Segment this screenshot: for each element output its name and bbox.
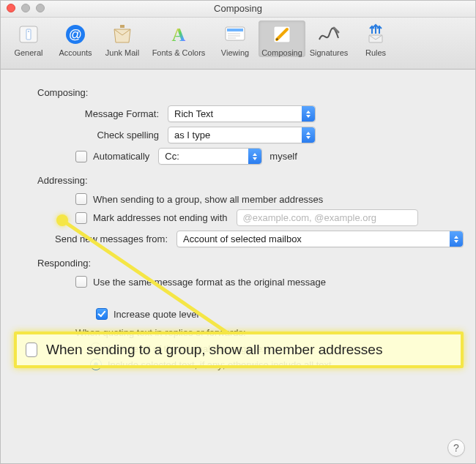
annotation-callout: When sending to a group, show all member… <box>14 332 464 368</box>
annotation-text: When sending to a group, show all member… <box>46 342 382 358</box>
help-button[interactable]: ? <box>447 439 465 457</box>
composing-icon <box>269 22 294 47</box>
cc-bcc-value: Cc: <box>165 151 179 162</box>
annotation-pointer-dot <box>56 214 68 226</box>
mark-addresses-label: Mark addresses not ending with <box>93 212 228 223</box>
cc-bcc-popup[interactable]: Cc: <box>158 148 262 165</box>
chevrons-updown-icon <box>450 231 463 247</box>
chevrons-updown-icon <box>248 149 261 164</box>
toolbar-tab-label: Fonts & Colors <box>152 48 206 57</box>
message-format-label: Message Format: <box>12 108 168 119</box>
message-format-popup[interactable]: Rich Text <box>168 105 316 122</box>
content-area: Composing: Message Format: Rich Text Che… <box>1 70 475 464</box>
toolbar-tab-composing[interactable]: Composing <box>259 20 305 57</box>
toolbar-tab-accounts[interactable]: @ Accounts <box>52 20 99 57</box>
toolbar-tab-signatures[interactable]: Signatures <box>305 20 352 57</box>
traffic-lights <box>7 4 45 12</box>
send-from-value: Account of selected mailbox <box>183 233 302 244</box>
signatures-icon <box>316 22 341 47</box>
general-icon <box>16 22 41 47</box>
junk-mail-icon <box>110 22 135 47</box>
close-button[interactable] <box>7 4 15 12</box>
composing-group: Composing: Message Format: Rich Text Che… <box>12 87 464 165</box>
svg-text:@: @ <box>69 27 82 42</box>
toolbar-tab-general[interactable]: General <box>5 20 52 57</box>
addressing-heading: Addressing: <box>37 175 464 186</box>
increase-quote-checkbox[interactable] <box>96 308 108 320</box>
annotation-checkbox <box>26 343 37 357</box>
toolbar-tab-label: Composing <box>261 48 302 57</box>
at-sign-icon: @ <box>63 22 88 47</box>
svg-point-2 <box>28 31 29 32</box>
window-title: Composing <box>1 1 475 17</box>
automatically-label: Automatically <box>93 151 149 162</box>
myself-label: myself <box>269 151 297 162</box>
svg-rect-8 <box>227 29 243 31</box>
zoom-button[interactable] <box>36 4 45 12</box>
help-icon: ? <box>453 442 459 454</box>
addressing-group: Addressing: When sending to a group, sho… <box>12 175 464 247</box>
responding-heading: Responding: <box>37 258 464 269</box>
send-from-popup[interactable]: Account of selected mailbox <box>176 231 464 247</box>
check-spelling-popup[interactable]: as I type <box>168 127 316 143</box>
mark-addresses-placeholder: @example.com, @example.org <box>243 212 376 223</box>
preferences-toolbar: General @ Accounts Junk Mail <box>1 18 475 70</box>
composing-heading: Composing: <box>37 87 464 98</box>
minimize-button[interactable] <box>21 4 30 12</box>
check-spelling-label: Check spelling <box>12 130 168 141</box>
toolbar-tab-viewing[interactable]: Viewing <box>212 20 259 57</box>
titlebar: Composing <box>1 1 475 18</box>
toolbar-tab-junk-mail[interactable]: Junk Mail <box>99 20 146 57</box>
message-format-value: Rich Text <box>174 108 213 119</box>
svg-text:A: A <box>172 24 186 45</box>
toolbar-tab-label: Signatures <box>310 48 349 57</box>
toolbar-tab-label: Junk Mail <box>105 48 139 57</box>
check-spelling-value: as I type <box>174 130 210 141</box>
svg-rect-5 <box>120 25 124 28</box>
automatically-checkbox[interactable] <box>75 151 87 162</box>
chevrons-updown-icon <box>302 127 315 143</box>
viewing-icon <box>223 22 248 47</box>
toolbar-tab-label: Rules <box>365 48 386 57</box>
toolbar-tab-label: Accounts <box>59 48 92 57</box>
mark-addresses-checkbox[interactable] <box>75 212 87 224</box>
fonts-colors-icon: A <box>166 22 191 47</box>
toolbar-tab-fonts-colors[interactable]: A Fonts & Colors <box>146 20 212 57</box>
toolbar-tab-label: General <box>14 48 42 57</box>
mark-addresses-field[interactable]: @example.com, @example.org <box>237 209 418 226</box>
same-format-checkbox[interactable] <box>75 276 87 288</box>
same-format-label: Use the same message format as the origi… <box>93 277 326 288</box>
rules-icon <box>363 22 388 47</box>
toolbar-tab-rules[interactable]: Rules <box>352 20 399 57</box>
group-show-all-checkbox[interactable] <box>75 193 87 205</box>
preferences-window: Composing General @ Accounts <box>0 0 476 464</box>
group-show-all-label: When sending to a group, show all member… <box>93 194 323 205</box>
toolbar-tab-label: Viewing <box>221 48 249 57</box>
chevrons-updown-icon <box>302 106 315 121</box>
send-from-label: Send new messages from: <box>12 233 176 244</box>
increase-quote-label: Increase quote level <box>114 309 198 320</box>
